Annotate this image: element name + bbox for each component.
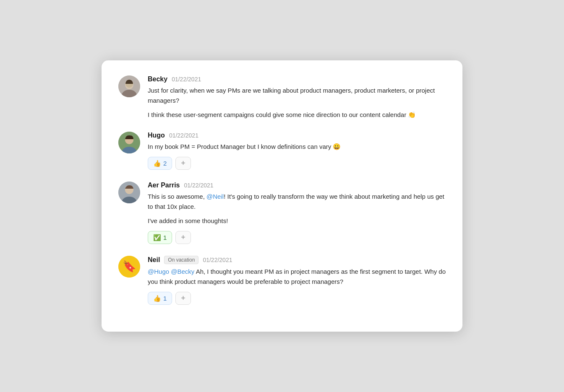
neil-para-1: @Hugo @Becky Ah, I thought you meant PM …	[148, 267, 446, 287]
vacation-badge-neil: On vacation	[164, 256, 198, 264]
becky-para-2: I think these user-segment campaigns cou…	[148, 110, 446, 120]
mention-hugo: @Hugo	[148, 268, 169, 275]
reaction-add-neil[interactable]: +	[175, 292, 191, 305]
chat-card: Becky 01/22/2021 Just for clarity, when …	[102, 60, 462, 332]
timestamp-neil: 01/22/2021	[203, 257, 232, 263]
aer-para-1: This is so awesome, @Neil! It's going to…	[148, 192, 446, 212]
timestamp-becky: 01/22/2021	[172, 76, 201, 83]
timestamp-hugo: 01/22/2021	[169, 132, 198, 139]
message-text-neil: @Hugo @Becky Ah, I thought you meant PM …	[148, 267, 446, 287]
reaction-thumbsup-hugo[interactable]: 👍 2	[148, 157, 172, 170]
message-header-hugo: Hugo 01/22/2021	[148, 132, 446, 139]
message-text-hugo: In my book PM = Product Manager but I kn…	[148, 142, 446, 152]
reaction-thumbsup-neil[interactable]: 👍 1	[148, 292, 172, 305]
reaction-add-hugo[interactable]: +	[175, 157, 191, 170]
message-text-aer: This is so awesome, @Neil! It's going to…	[148, 192, 446, 226]
message-hugo: Hugo 01/22/2021 In my book PM = Product …	[118, 132, 446, 170]
reaction-checkmark-aer[interactable]: ✅ 1	[148, 231, 172, 244]
message-header-aer: Aer Parris 01/22/2021	[148, 182, 446, 189]
becky-para-1: Just for clarity, when we say PMs are we…	[148, 86, 446, 106]
username-hugo: Hugo	[148, 132, 165, 139]
timestamp-aer: 01/22/2021	[184, 182, 214, 189]
aer-para-2: I've added in some thoughts!	[148, 216, 446, 226]
svg-text:🔖: 🔖	[123, 260, 136, 273]
reaction-add-aer[interactable]: +	[175, 231, 191, 244]
avatar-aer	[118, 182, 140, 203]
username-aer: Aer Parris	[148, 182, 180, 189]
reactions-aer: ✅ 1 +	[148, 231, 446, 244]
message-neil: 🔖 Neil On vacation 01/22/2021 @Hugo @Bec…	[118, 256, 446, 305]
message-header-neil: Neil On vacation 01/22/2021	[148, 256, 446, 264]
message-header-becky: Becky 01/22/2021	[148, 75, 446, 83]
message-body-aer: Aer Parris 01/22/2021 This is so awesome…	[148, 182, 446, 244]
reactions-neil: 👍 1 +	[148, 292, 446, 305]
message-text-becky: Just for clarity, when we say PMs are we…	[148, 86, 446, 120]
avatar-neil: 🔖	[118, 256, 140, 278]
username-neil: Neil	[148, 256, 160, 264]
message-body-hugo: Hugo 01/22/2021 In my book PM = Product …	[148, 132, 446, 170]
message-becky: Becky 01/22/2021 Just for clarity, when …	[118, 75, 446, 120]
message-body-becky: Becky 01/22/2021 Just for clarity, when …	[148, 75, 446, 120]
mention-neil: @Neil	[206, 193, 224, 200]
mention-becky: @Becky	[171, 268, 194, 275]
hugo-para-1: In my book PM = Product Manager but I kn…	[148, 142, 446, 152]
avatar-becky	[118, 75, 140, 97]
username-becky: Becky	[148, 75, 167, 83]
message-aer: Aer Parris 01/22/2021 This is so awesome…	[118, 182, 446, 244]
avatar-hugo	[118, 132, 140, 153]
reactions-hugo: 👍 2 +	[148, 157, 446, 170]
message-body-neil: Neil On vacation 01/22/2021 @Hugo @Becky…	[148, 256, 446, 305]
